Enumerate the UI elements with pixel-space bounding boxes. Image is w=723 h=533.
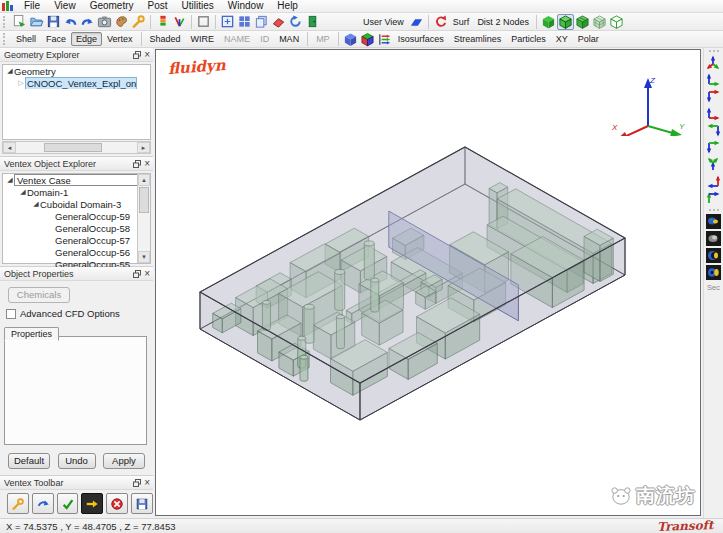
surf-label[interactable]: Surf [449,17,474,27]
view-axis-yz-icon[interactable] [705,173,722,189]
isosurfaces-button[interactable]: Isosurfaces [393,32,449,46]
contour-plot-icon-3[interactable] [705,247,722,263]
zoom-window-button[interactable] [219,14,236,30]
horizontal-scrollbar[interactable]: ◄ ► [2,141,151,154]
ventex-save-button[interactable] [131,493,153,514]
sec-label[interactable]: Sec [707,283,720,292]
palette-button[interactable] [113,14,130,30]
view-plane-button[interactable] [408,14,425,30]
user-view-label[interactable]: User View [359,17,408,27]
3d-viewport[interactable]: fluidyn Z X Y 南流坊 [155,49,701,516]
scroll-up-icon[interactable]: ▲ [138,174,150,186]
view-left-icon[interactable] [705,105,722,121]
reset-rotation-button[interactable] [432,14,449,30]
advanced-cfd-checkbox[interactable] [6,309,16,319]
contour-plot-icon-2[interactable] [705,230,722,246]
scrollbar-thumb[interactable] [139,187,149,213]
close-panel-icon[interactable]: × [144,159,150,168]
expander-icon[interactable]: ◢ [19,188,27,196]
undo-button[interactable]: Undo [58,453,96,469]
expander-icon[interactable]: ◢ [32,200,40,208]
toolbar-grip[interactable] [3,16,7,28]
display-shaded-wire-button[interactable] [574,14,591,30]
ventex-stop-button[interactable] [106,493,128,514]
xy-plot-button[interactable]: XY [551,32,573,46]
undo-button[interactable] [62,14,79,30]
shaded-mode-button[interactable]: Shaded [145,32,186,46]
edge-mode-button[interactable]: Edge [71,32,102,46]
menu-window[interactable]: Window [221,0,271,12]
redo-button[interactable] [79,14,96,30]
selection-box-button[interactable] [195,14,212,30]
menu-geometry[interactable]: Geometry [83,0,141,12]
streamlines-button[interactable]: Streamlines [449,32,507,46]
scroll-left-icon[interactable]: ◄ [3,142,16,153]
tree-item-ventex-case[interactable]: ◢ Ventex Case [3,174,150,186]
vertex-mode-button[interactable]: Vertex [102,32,138,46]
axis-triad-button[interactable] [171,14,188,30]
close-panel-icon[interactable]: × [144,50,150,59]
toolbar-grip[interactable] [709,209,719,211]
ventex-tools-button[interactable] [7,493,29,514]
properties-tab[interactable]: Properties [4,323,59,341]
shell-mode-button[interactable]: Shell [11,32,41,46]
vertical-scrollbar[interactable]: ▲ ▼ [137,174,150,263]
menu-post[interactable]: Post [141,0,175,12]
close-panel-icon[interactable]: × [144,478,150,487]
toolbar-grip[interactable] [3,33,7,45]
boundary-cube-button[interactable] [359,31,376,47]
tree-item-occup[interactable]: GeneralOccup-59 [3,210,150,222]
tree-item-cuboidal-domain[interactable]: ◢ Cuboidal Domain-3 [3,198,150,210]
tree-item-geometry-file[interactable]: ▷ CNOOC_Ventex_Expl_only_final_280416_v [3,77,150,89]
open-button[interactable] [28,14,45,30]
view-isometric-icon[interactable] [705,54,722,70]
expander-icon[interactable]: ◢ [6,67,14,75]
copy-view-button[interactable] [253,14,270,30]
display-wireframe-button[interactable] [608,14,625,30]
ventex-undo-button[interactable] [32,493,54,514]
display-solid-button[interactable] [540,14,557,30]
tools-button[interactable] [130,14,147,30]
menu-file[interactable]: File [17,0,47,12]
view-bottom-icon[interactable] [705,156,722,172]
tree-item-occup[interactable]: GeneralOccup-56 [3,246,150,258]
exit-button[interactable] [304,14,321,30]
tile-windows-button[interactable] [236,14,253,30]
close-panel-icon[interactable]: × [144,269,150,278]
menu-view[interactable]: View [47,0,83,12]
face-mode-button[interactable]: Face [41,32,71,46]
default-button[interactable]: Default [8,453,50,469]
apply-button[interactable]: Apply [103,453,145,469]
menu-help[interactable]: Help [270,0,305,12]
view-front-icon[interactable] [705,71,722,87]
tree-item-geometry[interactable]: ◢ Geometry [3,65,150,77]
eraser-button[interactable] [270,14,287,30]
float-panel-icon[interactable] [133,51,141,59]
polar-plot-button[interactable]: Polar [573,32,604,46]
contour-plot-icon-4[interactable] [705,264,722,280]
wire-mode-button[interactable]: WIRE [186,32,220,46]
rotate-view-button[interactable] [287,14,304,30]
particles-button[interactable]: Particles [506,32,551,46]
scroll-right-icon[interactable]: ► [137,142,150,153]
float-panel-icon[interactable] [133,270,141,278]
tree-item-occup[interactable]: GeneralOccup-57 [3,234,150,246]
colorbar-button[interactable] [154,14,171,30]
contour-plot-icon-1[interactable] [705,213,722,229]
vectors-button[interactable] [376,31,393,47]
ventex-validate-button[interactable] [57,493,79,514]
display-mesh-button[interactable] [591,14,608,30]
man-mode-button[interactable]: MAN [274,32,304,46]
ventex-run-button[interactable] [81,493,103,514]
tree-item-domain[interactable]: ◢ Domain-1 [3,186,150,198]
float-panel-icon[interactable] [133,479,141,487]
expander-icon[interactable]: ◢ [6,176,14,184]
view-back-icon[interactable] [705,88,722,104]
display-solid-edges-button[interactable] [557,14,574,30]
expander-icon[interactable]: ▷ [17,79,25,87]
float-panel-icon[interactable] [133,160,141,168]
menu-utilities[interactable]: Utilities [175,0,221,12]
dist-2-nodes-label[interactable]: Dist 2 Nodes [473,17,533,27]
view-axis-xz-icon[interactable] [705,190,722,206]
save-button[interactable] [45,14,62,30]
